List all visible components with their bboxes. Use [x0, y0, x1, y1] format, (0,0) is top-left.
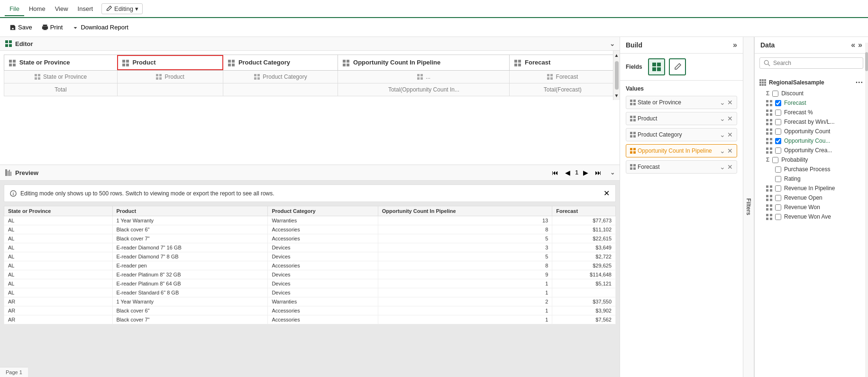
- table-cell: $2,722: [552, 252, 616, 261]
- svg-rect-44: [550, 74, 553, 76]
- tree-item-checkbox[interactable]: [775, 214, 781, 220]
- build-expand-icon[interactable]: »: [733, 41, 737, 49]
- download-button[interactable]: Download Report: [68, 22, 132, 33]
- scroll-thumb[interactable]: [615, 61, 619, 90]
- editor-header: Editor ⌄: [0, 37, 620, 51]
- col-forecast[interactable]: Forecast: [510, 55, 616, 71]
- table-row: ALBlack cover 7"Accessories5$22,615: [4, 234, 616, 243]
- svg-rect-106: [766, 142, 768, 144]
- tree-item-checkbox[interactable]: [775, 166, 781, 173]
- tree-group-dots[interactable]: ···: [856, 78, 863, 87]
- editor-collapse-btn[interactable]: ⌄: [610, 40, 615, 47]
- list-item: Revenue Won: [755, 202, 868, 212]
- search-box[interactable]: [759, 57, 863, 69]
- svg-rect-102: [766, 132, 768, 135]
- value-chevron-btn[interactable]: ⌄: [720, 147, 725, 155]
- data-expand-icon[interactable]: »: [858, 41, 862, 49]
- value-item-icon: [630, 132, 636, 138]
- data-tree: RegionalSalesample ··· Σ Discount Foreca…: [755, 73, 868, 377]
- svg-rect-11: [122, 60, 125, 63]
- col-state[interactable]: State or Province: [4, 55, 118, 71]
- svg-rect-63: [630, 119, 632, 121]
- tree-item-checkbox[interactable]: [775, 129, 781, 135]
- build-values-container: State or Province ⌄ ✕ Product ⌄ ✕: [626, 96, 737, 174]
- tree-item-checkbox[interactable]: [775, 195, 781, 201]
- menu-file[interactable]: File: [5, 2, 24, 16]
- table-cell: 1: [378, 315, 552, 324]
- value-remove-btn[interactable]: ✕: [727, 99, 733, 106]
- build-table-icon-btn[interactable]: [648, 58, 665, 75]
- col-opportunity[interactable]: Opportunity Count In Pipeline: [338, 55, 510, 71]
- col-product[interactable]: Product: [117, 55, 223, 71]
- value-chevron-btn[interactable]: ⌄: [720, 115, 725, 122]
- menu-insert[interactable]: Insert: [73, 2, 98, 15]
- svg-rect-58: [633, 100, 636, 102]
- tree-item-checkbox[interactable]: [775, 185, 781, 192]
- value-remove-btn[interactable]: ✕: [727, 131, 733, 138]
- value-remove-btn[interactable]: ✕: [727, 163, 733, 171]
- tree-item-checkbox[interactable]: [775, 147, 781, 154]
- table-cell: 5: [378, 252, 552, 261]
- svg-rect-12: [126, 60, 129, 63]
- scroll-down-icon[interactable]: ▼: [614, 93, 619, 98]
- tree-item-label: Forecast: [784, 100, 806, 106]
- tree-item-checkbox[interactable]: [775, 119, 781, 125]
- build-edit-icon-btn[interactable]: [669, 58, 686, 75]
- tree-item-checkbox[interactable]: [772, 91, 778, 97]
- data-scroll-thumb[interactable]: [865, 52, 868, 71]
- tree-item-checkbox[interactable]: [775, 176, 781, 182]
- editing-badge[interactable]: Editing ▾: [101, 3, 143, 14]
- table-cell: AL: [4, 279, 113, 288]
- value-item: Opportunity Count In Pipeline ⌄ ✕: [626, 144, 737, 157]
- editor-scrollbar[interactable]: ▲ ▼: [613, 51, 620, 100]
- tree-item-checkbox[interactable]: [775, 110, 781, 116]
- svg-rect-65: [630, 132, 632, 134]
- svg-rect-76: [633, 167, 636, 170]
- tree-item-label: Revenue In Pipeline: [784, 185, 835, 192]
- svg-rect-94: [766, 113, 768, 116]
- print-button[interactable]: Print: [38, 22, 67, 33]
- svg-rect-122: [766, 208, 768, 211]
- save-button[interactable]: Save: [6, 22, 36, 33]
- table-cell: 3: [378, 243, 552, 252]
- value-chevron-btn[interactable]: ⌄: [720, 99, 725, 106]
- nav-prev-btn[interactable]: ◀: [563, 168, 572, 177]
- tree-item-checkbox[interactable]: [775, 204, 781, 211]
- preview-collapse-btn[interactable]: ⌄: [610, 169, 615, 176]
- nav-last-btn[interactable]: ⏭: [593, 168, 603, 177]
- svg-rect-118: [766, 199, 768, 201]
- svg-rect-82: [759, 82, 761, 83]
- scroll-up-icon[interactable]: ▲: [614, 53, 619, 58]
- table-cell: Accessories: [268, 306, 378, 315]
- data-collapse-icon[interactable]: «: [851, 41, 855, 49]
- table-icon: [766, 185, 772, 192]
- value-remove-btn[interactable]: ✕: [727, 115, 733, 122]
- table-row: ARBlack cover 6"Accessories1$3,902: [4, 306, 616, 315]
- value-remove-btn[interactable]: ✕: [727, 147, 733, 155]
- filters-tab[interactable]: Filters: [743, 37, 754, 377]
- svg-rect-24: [518, 60, 521, 63]
- menu-view[interactable]: View: [50, 2, 73, 15]
- info-close-btn[interactable]: ✕: [603, 189, 610, 198]
- nav-first-btn[interactable]: ⏮: [550, 168, 560, 177]
- data-scrollbar[interactable]: [865, 43, 868, 377]
- nav-next-btn[interactable]: ▶: [581, 168, 590, 177]
- preview-col-header: Opportunity Count In Pipeline: [378, 206, 552, 216]
- row1-state-icon: [35, 74, 40, 80]
- tree-item-checkbox[interactable]: [775, 100, 781, 106]
- table-cell: 5: [378, 234, 552, 243]
- value-chevron-btn[interactable]: ⌄: [720, 131, 725, 138]
- svg-rect-0: [43, 24, 47, 26]
- search-input[interactable]: [773, 60, 859, 66]
- value-chevron-btn[interactable]: ⌄: [720, 163, 725, 171]
- col-category[interactable]: Product Category: [223, 55, 338, 71]
- svg-rect-116: [766, 195, 768, 197]
- data-panel: Data « »: [754, 37, 868, 377]
- tree-item-checkbox[interactable]: [775, 138, 781, 144]
- svg-rect-39: [417, 74, 420, 76]
- menu-home[interactable]: Home: [24, 2, 50, 15]
- tree-item-checkbox[interactable]: [772, 157, 778, 163]
- row1-product: Product: [117, 70, 223, 83]
- row1-state: State or Province: [4, 70, 118, 83]
- svg-rect-25: [514, 64, 517, 66]
